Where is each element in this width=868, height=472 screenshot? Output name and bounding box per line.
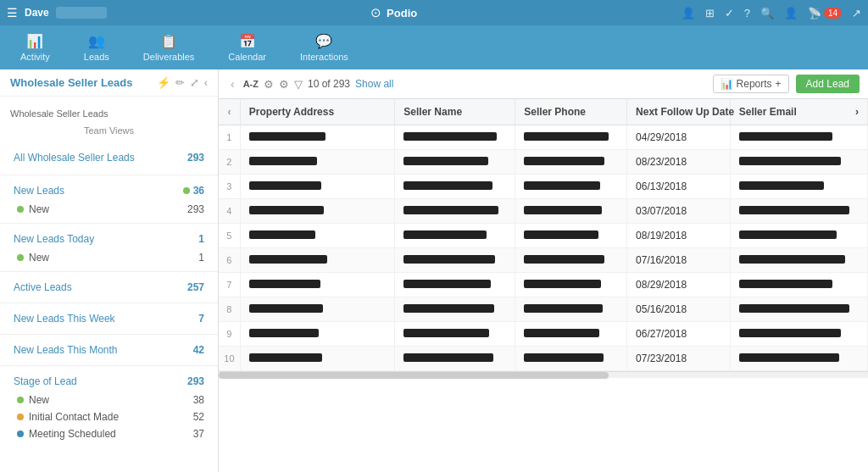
seller-name[interactable] bbox=[395, 248, 515, 273]
seller-name[interactable] bbox=[395, 150, 515, 175]
seller-name[interactable] bbox=[395, 297, 515, 322]
prev-arrow-icon[interactable]: ‹ bbox=[227, 77, 238, 91]
table-row[interactable]: 508/19/2018 bbox=[219, 224, 868, 248]
search-nav-icon[interactable]: 🔍 bbox=[760, 7, 774, 19]
sidebar-sub-stage-new[interactable]: New 38 bbox=[10, 391, 208, 408]
sort-az-button[interactable]: A-Z bbox=[243, 79, 259, 89]
seller-name[interactable] bbox=[395, 199, 515, 224]
seller-email[interactable] bbox=[730, 273, 867, 297]
property-address[interactable] bbox=[240, 273, 395, 297]
scrollbar-thumb[interactable] bbox=[219, 372, 609, 379]
sidebar-item-active-leads[interactable]: Active Leads 257 bbox=[10, 277, 208, 297]
seller-email[interactable] bbox=[730, 347, 867, 371]
collapse-icon[interactable]: ‹ bbox=[204, 76, 208, 89]
property-address[interactable] bbox=[240, 347, 395, 371]
table-row[interactable]: 403/07/2018 bbox=[219, 199, 868, 224]
property-address[interactable] bbox=[240, 224, 395, 248]
table-row[interactable]: 1007/23/2018 bbox=[219, 347, 868, 371]
filter-icon[interactable]: ⚡ bbox=[157, 76, 170, 89]
col-header-seller-phone[interactable]: Seller Phone bbox=[515, 99, 627, 125]
settings-icon[interactable]: ⚙ bbox=[264, 78, 274, 91]
seller-phone[interactable] bbox=[515, 273, 627, 297]
seller-email[interactable] bbox=[730, 248, 867, 273]
table-row[interactable]: 104/29/2018 bbox=[219, 125, 868, 150]
sidebar-item-stage-lead[interactable]: Stage of Lead 293 bbox=[10, 371, 208, 391]
seller-email[interactable] bbox=[730, 175, 867, 199]
prev-col-icon[interactable]: ‹ bbox=[227, 106, 231, 118]
edit-icon[interactable]: ✏ bbox=[175, 76, 185, 89]
seller-name[interactable] bbox=[395, 175, 515, 199]
sidebar-sub-today-1[interactable]: New 1 bbox=[10, 249, 208, 266]
col-header-address[interactable]: Property Address bbox=[240, 99, 395, 125]
new-leads-week-count: 7 bbox=[198, 313, 204, 325]
seller-email[interactable] bbox=[730, 125, 867, 150]
table-row[interactable]: 708/29/2018 bbox=[219, 273, 868, 297]
property-address[interactable] bbox=[240, 248, 395, 273]
seller-name[interactable] bbox=[395, 224, 515, 248]
filter-icon2[interactable]: ▽ bbox=[294, 78, 303, 91]
seller-phone[interactable] bbox=[515, 199, 627, 224]
tab-deliverables[interactable]: 📋 Deliverables bbox=[136, 30, 202, 65]
col-header-seller-name[interactable]: Seller Name bbox=[395, 99, 515, 125]
expand-icon[interactable]: ⤢ bbox=[190, 76, 199, 89]
seller-phone[interactable] bbox=[515, 347, 627, 371]
add-lead-button[interactable]: Add Lead bbox=[796, 75, 860, 93]
sidebar-item-all-leads[interactable]: All Wholesale Seller Leads 293 bbox=[10, 147, 208, 168]
seller-email[interactable] bbox=[730, 322, 867, 347]
notification-area[interactable]: 📡 14 bbox=[808, 7, 842, 19]
seller-phone[interactable] bbox=[515, 322, 627, 347]
property-address[interactable] bbox=[240, 297, 395, 322]
check-nav-icon[interactable]: ✓ bbox=[725, 7, 734, 19]
seller-phone[interactable] bbox=[515, 248, 627, 273]
people-nav-icon[interactable]: 👤 bbox=[682, 7, 695, 19]
sidebar-item-new-leads-week[interactable]: New Leads This Week 7 bbox=[10, 308, 208, 329]
col-header-follow-date[interactable]: Next Follow Up Date bbox=[627, 99, 731, 125]
seller-phone[interactable] bbox=[515, 125, 627, 150]
user-nav-icon[interactable]: 👤 bbox=[784, 7, 798, 19]
tab-calendar[interactable]: 📅 Calendar bbox=[221, 30, 273, 65]
sidebar-item-new-leads-month[interactable]: New Leads This Month 42 bbox=[10, 340, 208, 360]
seller-email[interactable] bbox=[730, 224, 867, 248]
tab-activity[interactable]: 📊 Activity bbox=[14, 30, 57, 65]
filter-icon-toolbar[interactable]: ⚙ bbox=[279, 78, 289, 91]
seller-phone[interactable] bbox=[515, 224, 627, 248]
seller-name[interactable] bbox=[395, 322, 515, 347]
table-row[interactable]: 208/23/2018 bbox=[219, 150, 868, 175]
share-nav-icon[interactable]: ↗ bbox=[852, 7, 861, 19]
col-header-seller-email[interactable]: Seller Email › bbox=[730, 99, 867, 125]
show-all-link[interactable]: Show all bbox=[355, 78, 393, 90]
next-col-icon[interactable]: › bbox=[855, 106, 859, 118]
seller-name[interactable] bbox=[395, 125, 515, 150]
seller-phone[interactable] bbox=[515, 150, 627, 175]
follow-up-date: 07/16/2018 bbox=[627, 248, 731, 273]
property-address[interactable] bbox=[240, 125, 395, 150]
sidebar-item-new-leads-today[interactable]: New Leads Today 1 bbox=[10, 229, 208, 249]
seller-name[interactable] bbox=[395, 273, 515, 297]
tab-interactions[interactable]: 💬 Interactions bbox=[293, 30, 355, 65]
tab-leads[interactable]: 👥 Leads bbox=[77, 30, 116, 65]
seller-email[interactable] bbox=[730, 150, 867, 175]
seller-email[interactable] bbox=[730, 199, 867, 224]
table-row[interactable]: 805/16/2018 bbox=[219, 297, 868, 322]
sidebar-item-new-leads[interactable]: New Leads 36 bbox=[10, 180, 208, 201]
horizontal-scrollbar[interactable] bbox=[219, 371, 868, 378]
sidebar-sub-stage-contact[interactable]: Initial Contact Made 52 bbox=[10, 408, 208, 425]
seller-phone[interactable] bbox=[515, 175, 627, 199]
table-row[interactable]: 607/16/2018 bbox=[219, 248, 868, 273]
reports-button[interactable]: 📊 Reports + bbox=[713, 75, 789, 93]
property-address[interactable] bbox=[240, 150, 395, 175]
sidebar-sub-stage-meeting[interactable]: Meeting Scheduled 37 bbox=[10, 425, 208, 442]
seller-email[interactable] bbox=[730, 297, 867, 322]
sidebar-sub-new-1[interactable]: New 293 bbox=[10, 201, 208, 218]
property-address[interactable] bbox=[240, 199, 395, 224]
question-nav-icon[interactable]: ? bbox=[744, 7, 750, 19]
property-address[interactable] bbox=[240, 175, 395, 199]
table-row[interactable]: 906/27/2018 bbox=[219, 322, 868, 347]
grid-nav-icon[interactable]: ⊞ bbox=[705, 7, 715, 19]
seller-phone[interactable] bbox=[515, 297, 627, 322]
property-address[interactable] bbox=[240, 322, 395, 347]
all-leads-row[interactable]: All Wholesale Seller Leads 293 bbox=[0, 146, 218, 171]
seller-name[interactable] bbox=[395, 347, 515, 371]
hamburger-icon[interactable]: ☰ bbox=[7, 6, 18, 19]
table-row[interactable]: 306/13/2018 bbox=[219, 175, 868, 199]
